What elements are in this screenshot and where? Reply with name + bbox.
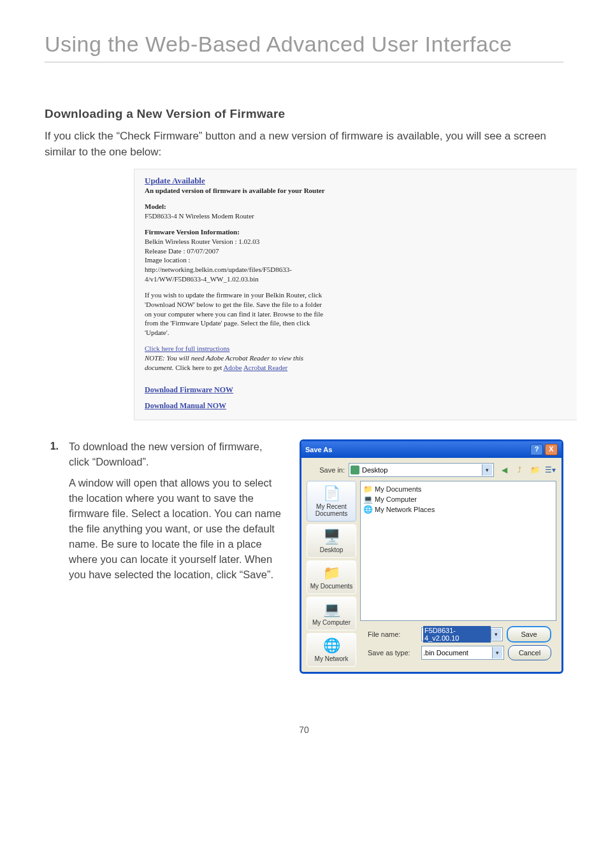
mycomp-icon: 💻	[321, 601, 342, 618]
places-mynet[interactable]: 🌐 My Network	[307, 633, 356, 667]
popup-subtitle: An updated version of firmware is availa…	[145, 186, 329, 196]
list-item: 📁My Documents	[363, 484, 553, 494]
step1-p2: A window will open that allows you to se…	[69, 476, 283, 582]
places-mycomp[interactable]: 💻 My Computer	[307, 597, 356, 630]
mynet-icon: 🌐	[321, 637, 342, 654]
cancel-button[interactable]: Cancel	[508, 645, 551, 660]
popup-model-value: F5D8633-4 N Wireless Modem Router	[145, 211, 329, 221]
popup-note-mid: Click here to get	[174, 364, 224, 371]
list-item: 💻My Computer	[363, 494, 553, 504]
popup-fvi-label: Firmware Version Information:	[145, 227, 567, 237]
computer-icon: 💻	[363, 495, 372, 504]
save-button[interactable]: Save	[507, 626, 551, 643]
places-desktop[interactable]: 🖥️ Desktop	[307, 524, 356, 558]
new-folder-icon[interactable]: 📁	[528, 464, 541, 476]
places-mynet-label: My Network	[315, 655, 349, 662]
up-icon[interactable]: ⤴	[513, 464, 526, 476]
step-number: 1.	[45, 439, 59, 589]
download-firmware-link[interactable]: Download Firmware NOW	[145, 385, 567, 395]
popup-adobe-link1[interactable]: Adobe	[223, 364, 242, 371]
popup-title: Update Available	[145, 176, 567, 186]
places-desktop-label: Desktop	[320, 546, 344, 553]
places-recent-label: My Recent Documents	[315, 503, 348, 517]
recent-icon: 📄	[321, 485, 342, 502]
file-list[interactable]: 📁My Documents 💻My Computer 🌐My Network P…	[360, 481, 556, 621]
places-mycomp-label: My Computer	[312, 619, 351, 626]
back-icon[interactable]: ◀	[498, 464, 510, 476]
list-item: 🌐My Network Places	[363, 504, 553, 515]
mydocs-icon: 📁	[321, 565, 342, 581]
savein-value: Desktop	[362, 466, 387, 474]
close-button[interactable]: X	[545, 444, 558, 455]
section-intro: If you click the “Check Firmware” button…	[45, 129, 563, 160]
savein-label: Save in:	[307, 466, 345, 474]
filename-label: File name:	[365, 630, 417, 638]
views-icon[interactable]: ☰▾	[544, 464, 556, 476]
popup-fvi-line2: Release Date : 07/07/2007	[145, 246, 567, 256]
popup-adobe-link2[interactable]: Acrobat Reader	[243, 364, 287, 371]
popup-instructions-link[interactable]: Click here for full instructions	[145, 345, 229, 352]
saveastype-value: .bin Document	[423, 649, 468, 657]
popup-fvi-line3: Image location :	[145, 255, 567, 265]
filename-value: F5D8631-4_v2.00.10	[423, 626, 491, 643]
places-mydocs[interactable]: 📁 My Documents	[307, 560, 356, 594]
dialog-title: Save As	[305, 446, 332, 453]
page-number: 70	[45, 725, 563, 735]
chevron-down-icon[interactable]: ▾	[491, 629, 501, 640]
popup-model-label: Model:	[145, 202, 567, 211]
desktop-icon	[351, 466, 359, 474]
chevron-down-icon[interactable]: ▾	[482, 464, 492, 476]
page-title: Using the Web-Based Advanced User Interf…	[45, 32, 563, 57]
filename-field[interactable]: F5D8631-4_v2.00.10 ▾	[421, 627, 503, 641]
saveastype-label: Save as type:	[365, 649, 417, 657]
savein-combo[interactable]: Desktop ▾	[349, 463, 494, 477]
popup-fvi-line1: Belkin Wireless Router Version : 1.02.03	[145, 237, 567, 246]
divider	[45, 62, 563, 62]
popup-fvi-url: http://networking.belkin.com/update/file…	[145, 265, 329, 284]
desktop-place-icon: 🖥️	[321, 529, 342, 545]
update-available-popup: Update Available An updated version of f…	[134, 169, 577, 420]
step1-p1: To download the new version of firmware,…	[69, 439, 283, 470]
popup-para: If you wish to update the firmware in yo…	[145, 290, 329, 338]
network-icon: 🌐	[363, 505, 372, 514]
download-manual-link[interactable]: Download Manual NOW	[145, 401, 567, 411]
chevron-down-icon[interactable]: ▾	[492, 647, 502, 658]
places-recent[interactable]: 📄 My Recent Documents	[307, 481, 356, 522]
save-as-dialog: Save As ? X Save in: Desktop ▾ ◀ ⤴ 📁 ☰▾	[300, 439, 563, 674]
help-button[interactable]: ?	[530, 444, 543, 455]
section-heading: Downloading a New Version of Firmware	[45, 107, 563, 121]
places-mydocs-label: My Documents	[310, 583, 353, 590]
folder-icon: 📁	[363, 485, 372, 494]
saveastype-field[interactable]: .bin Document ▾	[421, 646, 504, 660]
